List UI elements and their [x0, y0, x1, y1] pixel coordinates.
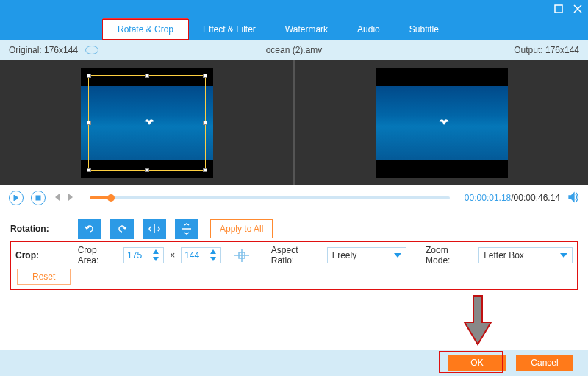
next-frame-button[interactable] — [68, 193, 75, 203]
flip-vertical-button[interactable] — [175, 219, 198, 239]
output-size-label: Output: 176x144 — [514, 45, 579, 55]
apply-to-all-button[interactable]: Apply to All — [210, 219, 273, 238]
tab-subtitle[interactable]: Subtitle — [395, 19, 453, 40]
crop-handle-tr[interactable] — [203, 74, 207, 78]
flip-horizontal-button[interactable] — [143, 219, 166, 239]
tab-audio[interactable]: Audio — [343, 19, 395, 40]
titlebar — [0, 0, 588, 19]
times-symbol: × — [170, 250, 175, 260]
rotate-right-button[interactable] — [110, 219, 134, 239]
timeline-thumb[interactable] — [107, 194, 115, 202]
cancel-button[interactable]: Cancel — [516, 355, 573, 371]
rotation-label: Rotation: — [10, 224, 69, 234]
infobar: Original: 176x144 ocean (2).amv Output: … — [0, 40, 588, 60]
filename-label: ocean (2).amv — [266, 45, 323, 55]
crop-width-field[interactable] — [124, 248, 149, 263]
crop-label: Crop: — [15, 250, 74, 260]
crop-handle-bm[interactable] — [145, 168, 149, 172]
tabbar: Rotate & Crop Effect & Filter Watermark … — [0, 19, 588, 40]
crop-handle-ml[interactable] — [87, 121, 91, 125]
crop-section: Crop: Crop Area: × Aspect Ratio: Freely … — [10, 241, 578, 290]
crop-height-field[interactable] — [182, 248, 207, 263]
prev-frame-button[interactable] — [53, 193, 60, 203]
svg-rect-1 — [36, 196, 40, 200]
zoom-mode-select[interactable]: Letter Box — [478, 247, 573, 263]
output-preview — [293, 60, 588, 185]
crop-handle-tl[interactable] — [87, 74, 91, 78]
zoom-mode-label: Zoom Mode: — [426, 245, 474, 266]
width-up[interactable] — [149, 248, 162, 255]
reset-button[interactable]: Reset — [17, 269, 71, 285]
footer: OK Cancel — [0, 350, 588, 376]
tab-rotate-crop[interactable]: Rotate & Crop — [103, 18, 188, 39]
height-down[interactable] — [207, 255, 220, 263]
tab-watermark[interactable]: Watermark — [270, 19, 343, 40]
player-bar: 00:00:01.18/00:00:46.14 — [0, 185, 588, 210]
close-icon[interactable] — [573, 4, 582, 15]
controls: Rotation: Apply to All Crop: Crop Area: … — [0, 210, 588, 296]
crop-handle-mr[interactable] — [203, 121, 207, 125]
crop-area-label: Crop Area: — [78, 245, 119, 266]
rotation-row: Rotation: Apply to All — [10, 216, 578, 241]
crop-height-input[interactable] — [181, 247, 221, 263]
stop-button[interactable] — [31, 191, 46, 205]
crop-handle-br[interactable] — [203, 168, 207, 172]
crop-width-input[interactable] — [123, 247, 164, 263]
crop-handle-tm[interactable] — [145, 74, 149, 78]
time-display: 00:00:01.18/00:00:46.14 — [465, 193, 560, 203]
crop-box[interactable] — [88, 75, 206, 171]
width-down[interactable] — [149, 255, 162, 263]
play-button[interactable] — [9, 191, 24, 205]
height-up[interactable] — [207, 248, 220, 255]
tab-effect-filter[interactable]: Effect & Filter — [188, 19, 270, 40]
video-content — [439, 117, 449, 124]
maximize-icon[interactable] — [554, 4, 563, 15]
original-size-label: Original: 176x144 — [9, 45, 78, 55]
preview-row — [0, 60, 588, 185]
crop-handle-bl[interactable] — [87, 168, 91, 172]
timeline-slider[interactable] — [90, 196, 450, 199]
source-preview[interactable] — [0, 60, 293, 185]
annotation-arrow — [463, 294, 492, 348]
aspect-ratio-select[interactable]: Freely — [327, 247, 406, 263]
volume-icon[interactable] — [567, 191, 579, 205]
ok-button[interactable]: OK — [448, 355, 506, 371]
aspect-ratio-label: Aspect Ratio: — [271, 245, 323, 266]
rotate-left-button[interactable] — [78, 219, 101, 239]
center-crop-button[interactable] — [232, 247, 252, 263]
svg-rect-0 — [555, 5, 562, 13]
preview-toggle-icon[interactable] — [85, 46, 98, 54]
